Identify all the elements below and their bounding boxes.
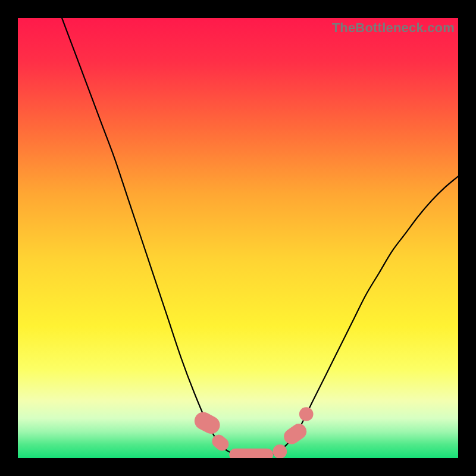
gradient-background (18, 18, 458, 458)
chart-frame: TheBottleneck.com (18, 18, 458, 458)
bottleneck-chart (18, 18, 458, 458)
watermark-text: TheBottleneck.com (332, 20, 455, 36)
marker-dot (273, 444, 287, 458)
marker-dot (299, 407, 314, 421)
marker-capsule (229, 449, 273, 458)
